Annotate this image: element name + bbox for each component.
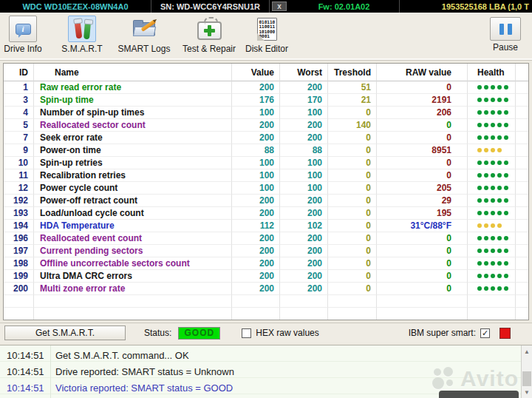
- header-treshold[interactable]: Treshold: [328, 64, 377, 81]
- table-row[interactable]: 12 Power cycle count 100 100 0 205: [4, 182, 528, 195]
- cell-raw: 0: [377, 257, 468, 270]
- cell-treshold: 0: [328, 182, 377, 195]
- cell-treshold: [328, 308, 377, 320]
- cell-name: Multi zone error rate: [34, 283, 232, 295]
- cell-worst: 100: [280, 157, 328, 169]
- cell-health: [468, 119, 516, 132]
- cell-value: 200: [232, 81, 280, 94]
- header-name[interactable]: Name: [34, 64, 232, 81]
- cell-treshold: 0: [328, 169, 377, 182]
- cell-worst: 88: [280, 144, 328, 157]
- cell-id: 9: [4, 144, 34, 157]
- cell-id: 198: [4, 257, 34, 270]
- cell-raw: 206: [377, 107, 468, 119]
- folder-edit-icon: [130, 16, 158, 42]
- header-value[interactable]: Value: [232, 64, 280, 81]
- hex-raw-values-checkbox[interactable]: [242, 328, 251, 338]
- disk-editor-button[interactable]: 010110 110011 101000 0001 Disk Editor: [239, 16, 295, 54]
- cell-worst: [280, 308, 328, 320]
- ibm-super-smart-checkbox[interactable]: [480, 328, 490, 338]
- table-row[interactable]: 200 Multi zone error rate 200 200 0 0: [4, 283, 528, 295]
- red-indicator: [499, 328, 511, 339]
- cell-id: 1: [4, 81, 34, 94]
- cell-id: 10: [4, 157, 34, 169]
- cell-name: Power-on time: [34, 144, 232, 157]
- table-row[interactable]: [4, 295, 528, 308]
- cell-raw: [377, 308, 468, 320]
- scroll-down-icon[interactable]: ▼: [522, 387, 532, 397]
- disk-editor-label: Disk Editor: [245, 44, 288, 54]
- table-row[interactable]: 194 HDA Temperature 112 102 0 31°C/88°F: [4, 220, 528, 232]
- cell-raw: 0: [377, 283, 468, 295]
- cell-name: Raw read error rate: [34, 81, 232, 94]
- cell-worst: 200: [280, 257, 328, 270]
- cell-raw: 205: [377, 182, 468, 195]
- table-row[interactable]: 193 Load/unload cycle count 200 200 0 19…: [4, 207, 528, 220]
- cell-worst: 200: [280, 245, 328, 257]
- table-row[interactable]: 9 Power-on time 88 88 0 8951: [4, 144, 528, 157]
- cell-value: [232, 308, 280, 320]
- cell-health: [468, 157, 516, 169]
- table-row[interactable]: 197 Current pending sectors 200 200 0 0: [4, 245, 528, 257]
- smart-logs-button[interactable]: SMART Logs: [110, 16, 178, 54]
- cell-name: Power cycle count: [34, 182, 232, 195]
- cell-value: 200: [232, 283, 280, 295]
- table-row[interactable]: 192 Power-off retract count 200 200 0 29: [4, 195, 528, 207]
- cell-name: Current pending sectors: [34, 245, 232, 257]
- table-row[interactable]: 1 Raw read error rate 200 200 51 0: [4, 81, 528, 94]
- header-worst[interactable]: Worst: [280, 64, 328, 81]
- table-row[interactable]: 198 Offline uncorrectable sectors count …: [4, 257, 528, 270]
- table-row[interactable]: 7 Seek error rate 200 200 0 0: [4, 132, 528, 144]
- smart-button[interactable]: S.M.A.R.T: [55, 16, 109, 54]
- cell-id: 193: [4, 207, 34, 220]
- drive-firmware: Fw: 02.01A02: [289, 0, 400, 13]
- pause-icon: [490, 17, 521, 41]
- cell-worst: 100: [280, 182, 328, 195]
- cell-name: Seek error rate: [34, 132, 232, 144]
- log-panel: 10:14:51 Get S.M.A.R.T. command... OK 10…: [0, 345, 532, 398]
- table-row[interactable]: 196 Reallocated event count 200 200 0 0: [4, 232, 528, 245]
- cell-treshold: 0: [328, 270, 377, 283]
- drive-info-button[interactable]: i Drive Info: [0, 16, 46, 54]
- table-row[interactable]: 199 Ultra DMA CRC errors 200 200 0 0: [4, 270, 528, 283]
- table-row[interactable]: [4, 308, 528, 320]
- log-time: 10:14:51: [0, 350, 49, 361]
- header-health[interactable]: Health: [468, 64, 516, 81]
- test-tubes-icon: [68, 16, 96, 42]
- cell-health: [468, 144, 516, 157]
- scroll-up-icon[interactable]: ▲: [522, 346, 532, 357]
- table-row[interactable]: 3 Spin-up time 176 170 21 2191: [4, 94, 528, 107]
- table-row[interactable]: 10 Spin-up retries 100 100 0 0: [4, 157, 528, 169]
- close-button[interactable]: x: [272, 1, 287, 11]
- cell-value: 200: [232, 195, 280, 207]
- test-repair-button[interactable]: Test & Repair: [172, 16, 246, 54]
- header-id[interactable]: ID: [4, 64, 34, 81]
- scrollbar-thumb[interactable]: [522, 371, 531, 386]
- cell-worst: 102: [280, 220, 328, 232]
- cell-treshold: 0: [328, 195, 377, 207]
- cell-raw: 0: [377, 245, 468, 257]
- cell-value: 200: [232, 132, 280, 144]
- status-badge: GOOD: [178, 327, 220, 340]
- cell-name: Load/unload cycle count: [34, 207, 232, 220]
- smart-logs-label: SMART Logs: [118, 44, 171, 54]
- cell-value: 100: [232, 107, 280, 119]
- cell-value: 200: [232, 270, 280, 283]
- pause-button[interactable]: Pause: [485, 16, 526, 53]
- log-scrollbar[interactable]: ▲ ▼: [521, 345, 532, 398]
- cell-worst: 200: [280, 195, 328, 207]
- cell-treshold: 21: [328, 94, 377, 107]
- table-row[interactable]: 4 Number of spin-up times 100 100 0 206: [4, 107, 528, 119]
- table-row[interactable]: 5 Reallocated sector count 200 200 140 0: [4, 119, 528, 132]
- header-raw[interactable]: RAW value: [377, 64, 468, 81]
- log-time: 10:14:51: [0, 382, 49, 394]
- table-row[interactable]: 11 Recalibration retries 100 100 0 0: [4, 169, 528, 182]
- get-smart-button[interactable]: Get S.M.A.R.T.: [4, 326, 126, 340]
- cell-worst: 200: [280, 132, 328, 144]
- cell-worst: 200: [280, 119, 328, 132]
- cell-id: [4, 295, 34, 308]
- cell-worst: 200: [280, 270, 328, 283]
- log-entry: 10:14:51 Victoria reported: SMART status…: [0, 380, 532, 396]
- drive-info-label: Drive Info: [4, 44, 41, 54]
- cell-name: Reallocated sector count: [34, 119, 232, 132]
